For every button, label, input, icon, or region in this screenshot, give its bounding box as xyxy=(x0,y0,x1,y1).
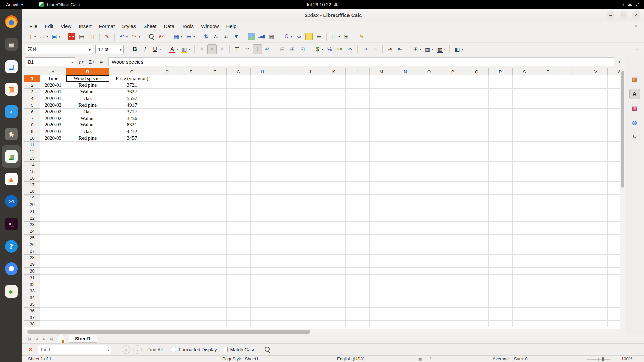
sum-icon[interactable]: Σ xyxy=(87,58,96,66)
cell-w11[interactable] xyxy=(608,142,620,148)
cell-o15[interactable] xyxy=(417,168,441,175)
cell-f27[interactable] xyxy=(203,248,227,255)
cell-f28[interactable] xyxy=(203,255,227,261)
cell-j13[interactable] xyxy=(298,155,322,162)
cell-r34[interactable] xyxy=(489,294,513,301)
cell-n16[interactable] xyxy=(393,175,417,182)
cell-j24[interactable] xyxy=(298,228,322,235)
cell-k38[interactable] xyxy=(322,321,346,327)
cell-n19[interactable] xyxy=(393,195,417,201)
cell-t9[interactable] xyxy=(536,128,560,135)
cell-g8[interactable] xyxy=(227,122,251,129)
cell-d27[interactable] xyxy=(155,248,179,255)
cell-l35[interactable] xyxy=(346,301,370,308)
cell-u3[interactable] xyxy=(560,89,584,96)
cell-v35[interactable] xyxy=(584,301,608,308)
cell-h20[interactable] xyxy=(251,201,274,208)
cell-j38[interactable] xyxy=(298,321,322,327)
cell-b31[interactable] xyxy=(66,275,109,281)
cell-q21[interactable] xyxy=(465,208,489,215)
cell-h29[interactable] xyxy=(251,261,274,268)
cell-k20[interactable] xyxy=(322,201,346,208)
close-find-bar-icon[interactable] xyxy=(26,346,35,354)
cell-w5[interactable] xyxy=(608,102,620,109)
cell-q37[interactable] xyxy=(465,314,489,321)
row-header-22[interactable]: 22 xyxy=(24,215,40,222)
cell-g29[interactable] xyxy=(227,261,251,268)
cell-l34[interactable] xyxy=(346,294,370,301)
cell-a12[interactable] xyxy=(40,148,66,155)
cell-m16[interactable] xyxy=(370,175,393,182)
cell-c15[interactable] xyxy=(109,168,155,175)
cell-u26[interactable] xyxy=(560,241,584,248)
cell-s27[interactable] xyxy=(513,248,536,255)
cell-j18[interactable] xyxy=(298,188,322,195)
clock-menu[interactable]: Jul 29 10:22 xyxy=(306,0,338,9)
cell-j5[interactable] xyxy=(298,102,322,109)
cell-i15[interactable] xyxy=(274,168,298,175)
cell-v23[interactable] xyxy=(584,222,608,228)
properties-sidebar-button[interactable]: ▥ xyxy=(628,72,642,86)
cell-m21[interactable] xyxy=(370,208,393,215)
cell-v26[interactable] xyxy=(584,241,608,248)
cell-u6[interactable] xyxy=(560,109,584,115)
cell-k29[interactable] xyxy=(322,261,346,268)
cell-e14[interactable] xyxy=(179,162,203,168)
chevron-down-icon[interactable] xyxy=(420,48,421,51)
cell-h35[interactable] xyxy=(251,301,274,308)
cell-e15[interactable] xyxy=(179,168,203,175)
cell-o21[interactable] xyxy=(417,208,441,215)
cell-r26[interactable] xyxy=(489,241,513,248)
cell-h17[interactable] xyxy=(251,182,274,188)
row-header-36[interactable]: 36 xyxy=(24,308,40,314)
cell-r22[interactable] xyxy=(489,215,513,222)
cell-p4[interactable] xyxy=(441,95,465,102)
cell-u27[interactable] xyxy=(560,248,584,255)
cell-e31[interactable] xyxy=(179,275,203,281)
cell-r12[interactable] xyxy=(489,148,513,155)
cell-l19[interactable] xyxy=(346,195,370,201)
cell-o5[interactable] xyxy=(417,102,441,109)
cell-l26[interactable] xyxy=(346,241,370,248)
cell-o22[interactable] xyxy=(417,215,441,222)
cell-o18[interactable] xyxy=(417,188,441,195)
cell-w27[interactable] xyxy=(608,248,620,255)
add-sheet-icon[interactable] xyxy=(58,335,64,342)
cell-k28[interactable] xyxy=(322,255,346,261)
cell-f36[interactable] xyxy=(203,308,227,314)
cell-g36[interactable] xyxy=(227,308,251,314)
cell-f5[interactable] xyxy=(203,102,227,109)
cell-k34[interactable] xyxy=(322,294,346,301)
highlight-color-icon[interactable]: ◧ xyxy=(180,44,192,54)
row-header-11[interactable]: 11 xyxy=(24,142,40,148)
sort-icon[interactable]: ⇅ xyxy=(202,32,211,42)
cell-e36[interactable] xyxy=(179,308,203,314)
cell-h3[interactable] xyxy=(251,89,274,96)
delete-decimal-icon[interactable]: .0− xyxy=(370,44,380,54)
cell-r6[interactable] xyxy=(489,109,513,115)
cell-f33[interactable] xyxy=(203,288,227,295)
cell-p33[interactable] xyxy=(441,288,465,295)
cell-t27[interactable] xyxy=(536,248,560,255)
bold-icon[interactable]: B xyxy=(130,44,140,54)
cell-e16[interactable] xyxy=(179,175,203,182)
cell-f30[interactable] xyxy=(203,268,227,275)
column-header-m[interactable]: M xyxy=(370,68,393,75)
cell-r33[interactable] xyxy=(489,288,513,295)
cell-d2[interactable] xyxy=(155,82,179,89)
cell-g19[interactable] xyxy=(227,195,251,201)
cell-g23[interactable] xyxy=(227,222,251,228)
cell-f13[interactable] xyxy=(203,155,227,162)
cell-e34[interactable] xyxy=(179,294,203,301)
cell-g31[interactable] xyxy=(227,275,251,281)
cell-j31[interactable] xyxy=(298,275,322,281)
cell-r1[interactable] xyxy=(489,75,513,82)
cell-l14[interactable] xyxy=(346,162,370,168)
firefox-launcher[interactable] xyxy=(2,10,21,33)
row-header-17[interactable]: 17 xyxy=(24,182,40,188)
cell-c16[interactable] xyxy=(109,175,155,182)
cell-r38[interactable] xyxy=(489,321,513,327)
cell-e21[interactable] xyxy=(179,208,203,215)
cell-o26[interactable] xyxy=(417,241,441,248)
row-header-35[interactable]: 35 xyxy=(24,301,40,308)
